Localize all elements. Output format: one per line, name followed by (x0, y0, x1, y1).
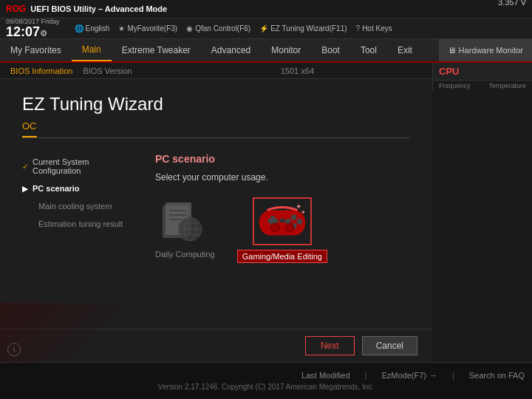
svg-point-15 (296, 219, 302, 225)
nav-boot[interactable]: Boot (311, 39, 350, 61)
bios-version-value: 1501 x64 (281, 66, 314, 75)
status-bar: Last Modified | EzMode(F7) → | Search on… (0, 362, 532, 399)
action-bar: Next Cancel (0, 329, 432, 362)
temp-label: Temperature (488, 82, 526, 89)
cancel-button[interactable]: Cancel (362, 336, 417, 355)
divider-2: | (452, 371, 454, 380)
wizard-body: ✓ Current System Configuration ▶ PC scen… (22, 153, 410, 278)
freq-label: Frequency (439, 82, 471, 89)
hw-voltage: 3.357 V (432, 0, 532, 10)
last-modified-label: Last Modified (301, 371, 349, 380)
myfavorite-link[interactable]: ★ MyFavorite(F3) (118, 24, 177, 33)
step-current-config: ✓ Current System Configuration (22, 153, 133, 180)
rog-logo: ROG (6, 4, 26, 14)
info-bar-links: 🌐 English ★ MyFavorite(F3) ◉ Qfan Contro… (75, 24, 392, 33)
svg-rect-17 (279, 219, 285, 222)
qfan-label: Qfan Control(F6) (195, 24, 250, 33)
wizard-steps: ✓ Current System Configuration ▶ PC scen… (22, 153, 133, 278)
scenario-daily[interactable]: Daily Computing (155, 197, 215, 263)
step-label-config: Current System Configuration (33, 157, 133, 175)
tab-oc[interactable]: OC (22, 120, 37, 137)
bios-version-label: BIOS Version (83, 66, 132, 75)
daily-label: Daily Computing (155, 250, 215, 259)
main-body: EZ Tuning Wizard OC RAID ✓ Current Syste… (0, 79, 432, 362)
svg-point-19 (285, 222, 294, 231)
eztuning-label: EZ Tuning Wizard(F11) (270, 24, 347, 33)
monitor-icon: 🖥 (448, 46, 456, 55)
svg-text:✦: ✦ (301, 209, 306, 216)
language-link[interactable]: 🌐 English (75, 24, 110, 33)
ezmode-link[interactable]: EzMode(F7) → (381, 371, 437, 380)
scenario-gaming[interactable]: ✦ ✦ Gaming/Media Editing (237, 197, 327, 263)
cpu-label: CPU (439, 66, 459, 77)
hw-monitor-button[interactable]: 🖥 Hardware Monitor (439, 39, 532, 61)
star-icon: ★ (118, 24, 125, 33)
time-text: 12:07⚙ (6, 25, 60, 38)
datetime: 09/08/2017 Friday 12:07⚙ (6, 18, 60, 38)
gaming-media-icon: ✦ ✦ (256, 200, 308, 244)
hotkeys-label: Hot Keys (362, 24, 392, 33)
fan-icon: ◉ (186, 24, 193, 33)
step-pc-scenario: ▶ PC scenario (22, 180, 133, 197)
daily-icon-container (155, 197, 214, 245)
gear-icon: ⚙ (40, 29, 47, 38)
step-label-scenario: PC scenario (33, 184, 80, 193)
hw-monitor-label: Hardware Monitor (459, 46, 523, 55)
qfan-link[interactable]: ◉ Qfan Control(F6) (186, 24, 250, 33)
gaming-icon-container: ✦ ✦ (253, 197, 312, 245)
ezmode-label: EzMode(F7) (381, 371, 426, 380)
wizard-container: EZ Tuning Wizard OC RAID ✓ Current Syste… (0, 79, 432, 293)
hw-panel: CPU Frequency Temperature 3.357 V (432, 63, 532, 91)
search-link[interactable]: Search on FAQ (469, 371, 525, 380)
help-icon: ? (356, 24, 361, 33)
wizard-tabs: OC RAID (22, 120, 410, 138)
next-button[interactable]: Next (305, 336, 355, 355)
svg-point-18 (270, 222, 279, 231)
step-label-tuning: Estimation tuning result (38, 219, 123, 228)
step-cooling: Main cooling system (22, 197, 133, 215)
scenario-description: Select your computer usage. (155, 172, 403, 183)
lightning-icon: ⚡ (259, 24, 268, 33)
nav-main[interactable]: Main (72, 39, 112, 61)
nav-exit[interactable]: Exit (387, 39, 423, 61)
svg-point-13 (290, 214, 296, 220)
eztuning-link[interactable]: ⚡ EZ Tuning Wizard(F11) (259, 24, 347, 33)
step-label-cooling: Main cooling system (38, 202, 112, 211)
info-button[interactable]: i (7, 343, 21, 356)
myfavorite-label: MyFavorite(F3) (127, 24, 177, 33)
language-icon: 🌐 (75, 24, 83, 33)
nav-my-favorites[interactable]: My Favorites (0, 39, 72, 61)
nav-extreme-tweaker[interactable]: Extreme Tweaker (112, 39, 201, 61)
wizard-content: PC scenario Select your computer usage. (148, 153, 410, 278)
hotkeys-link[interactable]: ? Hot Keys (356, 24, 392, 33)
daily-computing-icon (159, 200, 211, 244)
copyright: Version 2.17.1246. Copyright (C) 2017 Am… (0, 383, 532, 391)
nav-tool[interactable]: Tool (350, 39, 387, 61)
bios-title: UEFI BIOS Utility – Advanced Mode (30, 4, 167, 13)
nav-bar: My Favorites Main Extreme Tweaker Advanc… (0, 39, 532, 63)
gaming-label: Gaming/Media Editing (237, 250, 327, 263)
section-title: PC scenario (155, 153, 403, 165)
info-icon-symbol: i (13, 346, 15, 354)
check-icon: ✓ (22, 163, 28, 171)
arrow-right-icon: → (429, 371, 437, 380)
language-label: English (86, 24, 110, 33)
search-label: Search on FAQ (469, 371, 525, 380)
divider-1: | (365, 371, 367, 380)
status-bar-top: Last Modified | EzMode(F7) → | Search on… (0, 371, 532, 380)
svg-text:✦: ✦ (295, 202, 301, 211)
bios-info-link[interactable]: BIOS Information (7, 66, 75, 75)
last-modified-link[interactable]: Last Modified (301, 371, 349, 380)
scenario-options: Daily Computing (155, 197, 403, 263)
hw-sub-labels: Frequency Temperature (433, 81, 532, 91)
wizard-title: EZ Tuning Wizard (22, 94, 410, 115)
sub-nav-row: BIOS Information BIOS Version 1501 x64 (0, 63, 432, 79)
nav-advanced[interactable]: Advanced (201, 39, 261, 61)
info-bar: 09/08/2017 Friday 12:07⚙ 🌐 English ★ MyF… (0, 18, 532, 39)
arrow-icon: ▶ (22, 185, 28, 193)
step-tuning: Estimation tuning result (22, 215, 133, 233)
nav-monitor[interactable]: Monitor (261, 39, 311, 61)
